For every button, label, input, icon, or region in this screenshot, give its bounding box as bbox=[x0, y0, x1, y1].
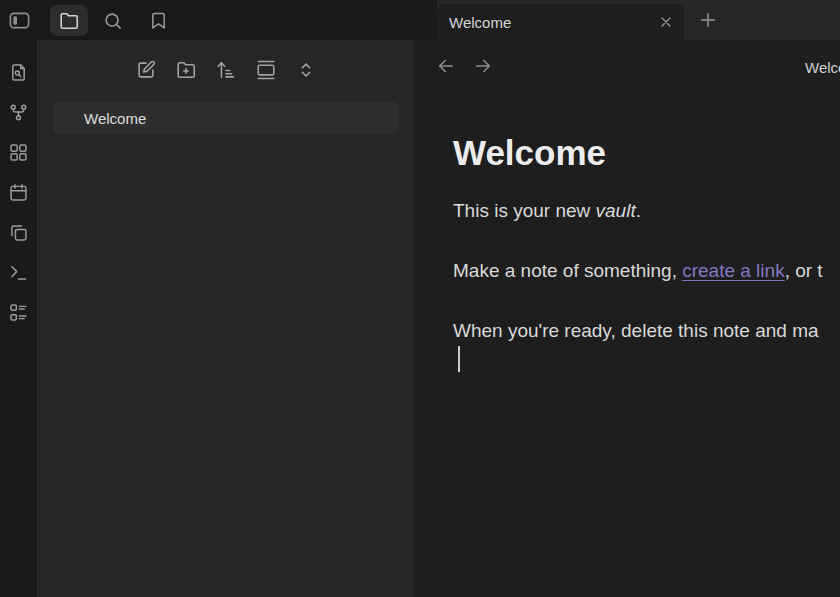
arrow-left-icon bbox=[436, 56, 456, 76]
note-paragraph-2: Make a note of something, create a link,… bbox=[453, 257, 823, 284]
graph-icon bbox=[8, 102, 29, 123]
graph-view-button[interactable] bbox=[6, 100, 31, 125]
italic-text: vault bbox=[596, 200, 636, 221]
folder-icon bbox=[58, 10, 80, 32]
editor-pane[interactable]: Welcome Welcome This is your new vault. … bbox=[413, 40, 840, 597]
copy-icon bbox=[8, 222, 29, 243]
file-explorer: Welcome bbox=[38, 40, 413, 597]
view-header-title: Welcome bbox=[805, 59, 840, 76]
search-icon bbox=[102, 10, 124, 32]
gallery-vertical-icon bbox=[255, 59, 277, 81]
note-paragraph-1: This is your new vault. bbox=[453, 197, 641, 224]
bookmark-icon bbox=[148, 10, 169, 31]
file-item-label: Welcome bbox=[53, 110, 146, 127]
quick-switcher-button[interactable] bbox=[6, 60, 31, 85]
sidebar-toggle-button[interactable] bbox=[5, 7, 33, 34]
create-a-link-link[interactable]: create a link bbox=[682, 260, 784, 281]
file-item-welcome[interactable]: Welcome bbox=[53, 102, 399, 134]
folder-plus-icon bbox=[175, 59, 197, 81]
square-pen-icon bbox=[135, 59, 157, 81]
new-tab-button[interactable] bbox=[698, 10, 718, 30]
layout-list-icon bbox=[8, 302, 29, 323]
tab-welcome[interactable]: Welcome bbox=[437, 4, 684, 40]
arrow-right-icon bbox=[473, 56, 493, 76]
search-nav-button[interactable] bbox=[100, 8, 125, 33]
text-cursor bbox=[458, 346, 460, 372]
obsidian-window: Welcome bbox=[0, 0, 840, 597]
plus-icon bbox=[698, 10, 718, 30]
expand-collapse-button[interactable] bbox=[292, 56, 320, 84]
new-folder-button[interactable] bbox=[172, 56, 200, 84]
layout-list-button[interactable] bbox=[6, 300, 31, 325]
calendar-icon bbox=[8, 182, 29, 203]
note-heading: Welcome bbox=[453, 133, 606, 173]
titlebar-left bbox=[0, 0, 437, 40]
terminal-icon bbox=[8, 262, 29, 283]
layout-grid-icon bbox=[8, 142, 29, 163]
files-nav-button[interactable] bbox=[50, 5, 88, 36]
close-icon[interactable] bbox=[657, 13, 675, 31]
history-nav bbox=[436, 56, 493, 76]
sidebar-toggle-icon bbox=[8, 9, 31, 32]
back-button[interactable] bbox=[436, 56, 456, 76]
note-paragraph-3: When you're ready, delete this note and … bbox=[453, 317, 819, 344]
bookmarks-nav-button[interactable] bbox=[146, 8, 171, 33]
chevrons-up-down-icon bbox=[295, 59, 317, 81]
sort-order-button[interactable] bbox=[212, 56, 240, 84]
explorer-toolbar bbox=[38, 56, 413, 84]
sort-ascending-icon bbox=[215, 59, 237, 81]
gallery-vertical-button[interactable] bbox=[252, 56, 280, 84]
file-search-icon bbox=[8, 62, 29, 83]
templates-button[interactable] bbox=[6, 220, 31, 245]
new-note-button[interactable] bbox=[132, 56, 160, 84]
daily-note-button[interactable] bbox=[6, 180, 31, 205]
canvas-button[interactable] bbox=[6, 140, 31, 165]
command-palette-button[interactable] bbox=[6, 260, 31, 285]
tab-bar: Welcome bbox=[437, 0, 840, 40]
tab-title: Welcome bbox=[437, 14, 684, 31]
forward-button[interactable] bbox=[473, 56, 493, 76]
ribbon bbox=[0, 40, 38, 597]
